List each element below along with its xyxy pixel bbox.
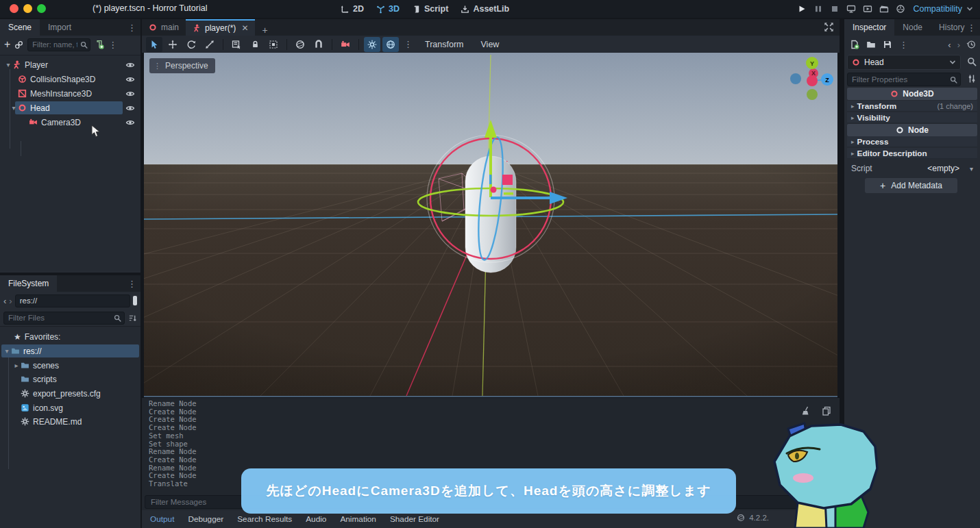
bottom-tab-shader-editor[interactable]: Shader Editor bbox=[390, 514, 439, 524]
local-space-button[interactable] bbox=[292, 37, 308, 52]
tab-node[interactable]: Node bbox=[894, 19, 931, 36]
remote-debug-icon[interactable] bbox=[846, 4, 856, 14]
dock-menu-icon[interactable]: ⋮ bbox=[967, 23, 976, 33]
movie-maker-icon[interactable] bbox=[896, 4, 905, 14]
fs-row-readme[interactable]: README.md bbox=[0, 414, 140, 429]
eye-icon[interactable] bbox=[125, 60, 135, 70]
axis-ball-center[interactable] bbox=[807, 75, 818, 86]
nav-forward-icon[interactable]: › bbox=[9, 296, 12, 306]
new-scene-tab-button[interactable]: + bbox=[255, 25, 274, 36]
select-mode-button[interactable] bbox=[146, 37, 162, 52]
split-mode-toggle[interactable] bbox=[133, 296, 137, 305]
eye-icon[interactable] bbox=[125, 118, 135, 127]
history-forward-icon[interactable]: › bbox=[957, 40, 960, 50]
bottom-tab-debugger[interactable]: Debugger bbox=[188, 514, 223, 524]
attach-script-icon[interactable] bbox=[95, 40, 104, 49]
tab-3d[interactable]: 3D bbox=[376, 4, 400, 14]
preview-sun-button[interactable] bbox=[364, 37, 380, 52]
tab-assetlib[interactable]: AssetLib bbox=[461, 4, 509, 14]
add-node-button[interactable]: + bbox=[4, 38, 10, 51]
add-metadata-button[interactable]: + Add Metadata bbox=[865, 178, 957, 193]
stop-button[interactable] bbox=[830, 4, 840, 14]
axis-ball-neg-y[interactable] bbox=[807, 89, 818, 100]
new-resource-icon[interactable] bbox=[850, 40, 859, 49]
snap-toggle-button[interactable] bbox=[310, 37, 327, 52]
copy-log-icon[interactable] bbox=[822, 406, 831, 416]
bottom-tab-audio[interactable]: Audio bbox=[306, 514, 326, 524]
section-visibility[interactable]: ▸Visibility bbox=[847, 112, 977, 123]
tree-row-head[interactable]: ▾ Head bbox=[0, 101, 140, 115]
section-editor-description[interactable]: ▸Editor Description bbox=[847, 148, 977, 159]
eye-icon[interactable] bbox=[125, 75, 135, 84]
gizmo-plane-handle[interactable] bbox=[502, 175, 513, 185]
group-node-button[interactable] bbox=[265, 37, 282, 52]
tab-script[interactable]: Script bbox=[412, 4, 448, 14]
save-resource-icon[interactable] bbox=[883, 40, 892, 49]
property-tools-icon[interactable] bbox=[967, 74, 977, 84]
distraction-free-icon[interactable] bbox=[824, 22, 834, 32]
view-menu[interactable]: View bbox=[474, 40, 507, 49]
section-process[interactable]: ▸Process bbox=[847, 136, 977, 147]
axis-ball-neg-z[interactable] bbox=[790, 73, 801, 84]
load-resource-icon[interactable] bbox=[866, 40, 876, 49]
caret-down-icon[interactable]: ▾ bbox=[10, 104, 18, 112]
play-button[interactable] bbox=[797, 4, 807, 14]
script-property-row[interactable]: Script <empty> ▾ bbox=[847, 162, 977, 175]
gizmo-plane-handle-blue[interactable] bbox=[489, 175, 492, 184]
history-clock-icon[interactable] bbox=[966, 40, 976, 49]
nav-back-icon[interactable]: ‹ bbox=[3, 296, 6, 306]
dock-menu-icon[interactable]: ⋮ bbox=[127, 279, 136, 289]
transform-menu[interactable]: Transform bbox=[417, 40, 471, 49]
pause-button[interactable] bbox=[813, 4, 823, 14]
tab-scene[interactable]: Scene bbox=[0, 19, 40, 36]
eye-icon[interactable] bbox=[125, 89, 135, 99]
fs-row-export-presets[interactable]: export_presets.cfg bbox=[0, 386, 140, 401]
move-mode-button[interactable] bbox=[164, 37, 181, 52]
file-filter-input[interactable] bbox=[3, 312, 125, 325]
history-back-icon[interactable]: ‹ bbox=[948, 40, 951, 50]
tab-2d[interactable]: 2D bbox=[341, 4, 364, 14]
tab-filesystem[interactable]: FileSystem bbox=[0, 275, 57, 292]
bottom-tab-search-results[interactable]: Search Results bbox=[237, 514, 292, 524]
instance-scene-icon[interactable] bbox=[14, 40, 23, 49]
scene-tab-player[interactable]: player(*) ✕ bbox=[186, 19, 255, 36]
section-transform[interactable]: ▸Transform (1 change) bbox=[847, 101, 977, 112]
dock-menu-icon[interactable]: ⋮ bbox=[127, 23, 136, 33]
tab-import[interactable]: Import bbox=[40, 19, 79, 36]
gizmo-center-handle[interactable] bbox=[491, 187, 497, 193]
tab-inspector[interactable]: Inspector bbox=[844, 19, 894, 36]
tree-row-meshinstance3d[interactable]: MeshInstance3D bbox=[0, 86, 140, 101]
lock-node-button[interactable] bbox=[247, 37, 263, 52]
caret-right-icon[interactable]: ▸ bbox=[12, 362, 21, 369]
tree-row-player[interactable]: ▾ Player bbox=[0, 58, 140, 72]
close-icon[interactable]: ✕ bbox=[241, 23, 248, 33]
path-field[interactable] bbox=[15, 294, 130, 307]
edited-node-selector[interactable]: Head bbox=[847, 55, 961, 70]
scene-tab-main[interactable]: main bbox=[142, 19, 186, 36]
caret-down-icon[interactable]: ▾ bbox=[4, 61, 12, 68]
minimize-window-button[interactable] bbox=[23, 4, 32, 13]
caret-down-icon[interactable]: ▾ bbox=[3, 347, 11, 355]
scale-mode-button[interactable] bbox=[201, 37, 218, 52]
zoom-window-button[interactable] bbox=[37, 4, 46, 13]
clear-log-icon[interactable] bbox=[801, 406, 811, 416]
sort-files-icon[interactable] bbox=[128, 314, 137, 323]
bottom-tab-animation[interactable]: Animation bbox=[340, 514, 376, 524]
close-window-button[interactable] bbox=[10, 4, 19, 13]
play-custom-scene-button[interactable] bbox=[879, 4, 889, 14]
script-value[interactable]: <empty> bbox=[927, 164, 959, 173]
tree-row-camera3d[interactable]: Camera3D bbox=[0, 115, 140, 129]
bottom-tab-output[interactable]: Output bbox=[150, 514, 174, 524]
fs-row-icon-svg[interactable]: icon.svg bbox=[0, 401, 140, 415]
tree-row-collisionshape3d[interactable]: CollisionShape3D bbox=[0, 72, 140, 86]
fs-row-res[interactable]: ▾ res:// bbox=[0, 344, 140, 358]
play-scene-button[interactable] bbox=[863, 4, 872, 14]
preview-environment-button[interactable] bbox=[382, 37, 399, 52]
rotate-mode-button[interactable] bbox=[183, 37, 199, 52]
eye-icon[interactable] bbox=[125, 103, 135, 113]
property-filter-input[interactable] bbox=[847, 73, 961, 86]
camera-preview-button[interactable] bbox=[337, 37, 354, 52]
perspective-menu[interactable]: ⋮ Perspective bbox=[149, 58, 215, 73]
sun-environment-menu-icon[interactable]: ⋮ bbox=[404, 39, 413, 49]
fs-row-scenes[interactable]: ▸ scenes bbox=[0, 358, 140, 373]
